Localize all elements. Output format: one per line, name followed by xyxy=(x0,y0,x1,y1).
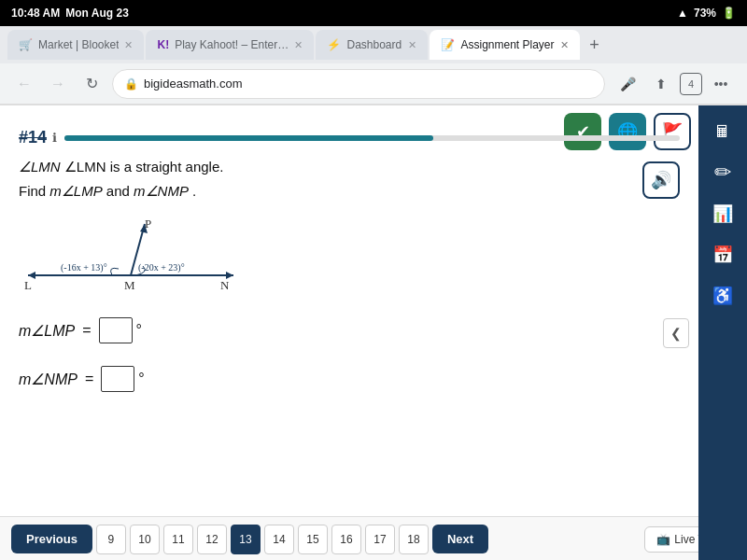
nmp-label: m∠NMP xyxy=(19,371,78,388)
microphone-button[interactable]: 🎤 xyxy=(613,69,642,99)
lock-icon: 🔒 xyxy=(124,77,138,91)
reload-button[interactable]: ↻ xyxy=(78,71,105,97)
browser-chrome: 🛒 Market | Blooket ✕ K! Play Kahoot! – E… xyxy=(0,26,747,105)
url-bar[interactable]: 🔒 bigideasmath.com xyxy=(112,69,605,99)
new-tab-button[interactable]: + xyxy=(582,32,608,58)
calculator-icon: 🖩 xyxy=(714,122,731,142)
accessibility-button[interactable]: ♿ xyxy=(704,277,741,315)
m-angle-nmp-label: m∠NMP xyxy=(134,183,189,199)
nmp-input[interactable] xyxy=(101,366,134,392)
status-left: 10:48 AM Mon Aug 23 xyxy=(11,7,129,20)
tab-label-1: Market | Blooket xyxy=(38,38,119,51)
angle1-label: (-16x + 13)° xyxy=(61,262,107,273)
tab-bar: 🛒 Market | Blooket ✕ K! Play Kahoot! – E… xyxy=(0,26,747,63)
previous-button[interactable]: Previous xyxy=(11,525,92,553)
page-btn-18[interactable]: 18 xyxy=(399,525,429,554)
calendar-icon: 📅 xyxy=(712,245,733,265)
nmp-equals: = xyxy=(85,371,93,387)
page-btn-14[interactable]: 14 xyxy=(264,525,294,554)
draw-button[interactable]: ✏ xyxy=(704,154,741,191)
statement-text: ∠LMN is a straight angle. xyxy=(64,159,224,175)
omnibar-actions: 🎤 ⬆ 4 ••• xyxy=(613,69,736,99)
wifi-icon: ▲ xyxy=(677,7,688,20)
page-btn-11[interactable]: 11 xyxy=(163,525,193,554)
problem-statement: ∠LMN ∠LMN is a straight angle. xyxy=(19,159,680,175)
accessibility-icon: ♿ xyxy=(712,286,733,306)
info-icon: ℹ xyxy=(52,131,57,145)
label-M: M xyxy=(124,278,135,292)
problem-header: #14 ℹ xyxy=(19,128,680,147)
tab-favicon-3: ⚡ xyxy=(327,38,341,51)
next-button[interactable]: Next xyxy=(432,525,488,553)
angle2-label: (-20x + 23)° xyxy=(138,262,185,273)
lmp-degree: ° xyxy=(136,322,142,339)
tab-assignment-player[interactable]: 📝 Assignment Player ✕ xyxy=(430,30,579,60)
more-button[interactable]: ••• xyxy=(706,69,736,99)
label-L: L xyxy=(24,278,32,292)
geometry-diagram: L M N P (-16x + 13)° (-20x + 23)° xyxy=(19,215,243,299)
forward-button[interactable]: → xyxy=(45,71,71,97)
status-day: Mon Aug 23 xyxy=(65,7,129,20)
page-btn-17[interactable]: 17 xyxy=(365,525,395,554)
lmp-input[interactable] xyxy=(99,317,133,343)
answer-row-nmp: m∠NMP = ° xyxy=(19,366,680,392)
battery-icon: 🔋 xyxy=(722,7,736,20)
page-btn-13[interactable]: 13 xyxy=(231,525,261,554)
tab-label-2: Play Kahoot! – Enter gam... xyxy=(175,38,289,51)
page-btn-9[interactable]: 9 xyxy=(96,525,126,554)
tab-close-2[interactable]: ✕ xyxy=(294,39,303,51)
tab-label-3: Dashboard xyxy=(346,38,402,51)
status-bar: 10:48 AM Mon Aug 23 ▲ 73% 🔋 xyxy=(0,0,747,26)
tab-market-blooket[interactable]: 🛒 Market | Blooket ✕ xyxy=(7,30,144,60)
collapse-button[interactable]: ❮ xyxy=(663,318,689,348)
progress-bar-container xyxy=(64,135,680,141)
share-button[interactable]: ⬆ xyxy=(646,69,676,99)
tab-kahoot[interactable]: K! Play Kahoot! – Enter gam... ✕ xyxy=(146,30,314,60)
calculator-button[interactable]: 🖩 xyxy=(704,113,741,150)
m-angle-lmp-label: m∠LMP xyxy=(49,183,102,199)
tab-favicon-4: 📝 xyxy=(441,38,455,51)
diagram-area: L M N P (-16x + 13)° (-20x + 23)° xyxy=(19,215,680,299)
page-btn-10[interactable]: 10 xyxy=(130,525,160,554)
tab-close-4[interactable]: ✕ xyxy=(560,39,569,51)
nmp-degree: ° xyxy=(138,371,144,387)
main-content: ✔ 🌐 🚩 🔊 ❮ 🖩 ✏ 📊 📅 ♿ #14 ℹ xyxy=(0,105,747,560)
table-button[interactable]: 📊 xyxy=(704,195,741,232)
tab-label-4: Assignment Player xyxy=(460,38,554,51)
status-right: ▲ 73% 🔋 xyxy=(677,7,736,20)
tab-close-3[interactable]: ✕ xyxy=(408,39,416,51)
content-area: #14 ℹ ∠LMN ∠LMN is a straight angle. Fin… xyxy=(0,105,698,560)
back-button[interactable]: ← xyxy=(11,71,37,97)
find-text: Find m∠LMP and m∠NMP . xyxy=(19,183,680,200)
label-N: N xyxy=(220,278,230,292)
tab-close-1[interactable]: ✕ xyxy=(124,39,133,51)
draw-icon: ✏ xyxy=(714,161,731,185)
arc-left xyxy=(111,268,119,275)
side-toolbar: 🖩 ✏ 📊 📅 ♿ xyxy=(698,105,747,560)
tab-favicon-2: K! xyxy=(157,38,169,51)
lmp-equals: = xyxy=(82,322,91,339)
table-icon: 📊 xyxy=(712,203,733,224)
battery-level: 73% xyxy=(694,7,716,20)
answer-row-lmp: m∠LMP = ° xyxy=(19,317,680,343)
lmp-label: m∠LMP xyxy=(19,322,75,340)
problem-number: #14 xyxy=(19,128,47,147)
chevron-left-icon: ❮ xyxy=(670,326,682,341)
tab-favicon-1: 🛒 xyxy=(19,38,33,51)
page-btn-15[interactable]: 15 xyxy=(298,525,328,554)
url-text: bigideasmath.com xyxy=(144,77,243,91)
live-tutor-icon: 📺 xyxy=(656,533,670,546)
tab-dashboard[interactable]: ⚡ Dashboard ✕ xyxy=(316,30,428,60)
progress-bar-fill xyxy=(64,135,433,141)
status-time: 10:48 AM xyxy=(11,7,60,20)
page-btn-16[interactable]: 16 xyxy=(331,525,361,554)
tabs-count-button[interactable]: 4 xyxy=(680,73,702,95)
label-P: P xyxy=(145,217,151,231)
page-btn-12[interactable]: 12 xyxy=(197,525,227,554)
omnibar: ← → ↻ 🔒 bigideasmath.com 🎤 ⬆ 4 ••• xyxy=(0,63,747,105)
bottom-nav: Previous 9 10 11 12 13 14 15 16 17 18 Ne… xyxy=(0,516,747,560)
calendar-button[interactable]: 📅 xyxy=(704,236,741,273)
angle-lmn: ∠LMN xyxy=(19,159,61,175)
